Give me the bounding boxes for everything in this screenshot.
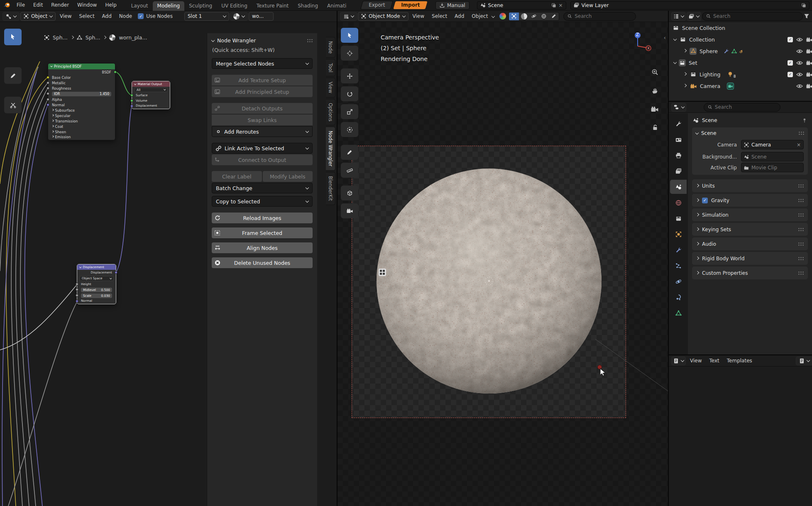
socket-roughness[interactable]: [46, 87, 49, 90]
new-scene-icon[interactable]: [551, 3, 556, 8]
mode-dropdown[interactable]: Object Mode: [358, 12, 408, 21]
material-preview-icon[interactable]: [499, 13, 506, 20]
render-toggle-icon[interactable]: [806, 37, 812, 42]
row-scene-collection[interactable]: Scene Collection: [669, 22, 812, 34]
socket-alpha[interactable]: [46, 98, 49, 101]
scene-selector[interactable]: Scene ×: [477, 1, 566, 10]
tab-data[interactable]: [670, 306, 687, 320]
clear-label-button[interactable]: Clear Label: [212, 171, 262, 182]
add-cube-tool[interactable]: [341, 186, 358, 200]
camera-field[interactable]: Camera ×: [741, 140, 804, 149]
tab-modifiers[interactable]: [670, 243, 687, 257]
socket-surface[interactable]: [130, 94, 133, 97]
panel-audio[interactable]: Audio: [692, 237, 808, 250]
editor-divider[interactable]: [668, 11, 669, 506]
delete-unused-nodes-button[interactable]: Delete Unused Nodes: [212, 257, 313, 268]
clear-icon[interactable]: ×: [797, 142, 801, 148]
breadcrumb-mesh[interactable]: Sph...: [86, 34, 100, 41]
socket-ior[interactable]: [46, 92, 49, 95]
zoom-icon[interactable]: [651, 68, 658, 76]
expand-icon[interactable]: [683, 84, 687, 87]
viewport-menu-object[interactable]: Object: [468, 13, 491, 19]
browse-material-button[interactable]: [230, 12, 248, 21]
editor-type-button[interactable]: [671, 103, 686, 112]
socket-midlevel[interactable]: [76, 288, 78, 291]
panel-keying-sets[interactable]: Keying Sets: [692, 223, 808, 236]
output-target-dropdown[interactable]: All: [134, 88, 168, 92]
editor-divider[interactable]: [669, 354, 812, 355]
node-wrangler-header[interactable]: Node Wrangler: [212, 37, 313, 44]
editor-type-button[interactable]: [671, 12, 686, 21]
ior-slider[interactable]: IOR1.450: [52, 92, 111, 96]
move-tool[interactable]: [341, 68, 358, 83]
shading-rendered-button[interactable]: [539, 12, 549, 20]
scale-tool[interactable]: [341, 104, 358, 119]
shader-menu-node[interactable]: Node: [116, 13, 135, 19]
viewport-menu-add[interactable]: Add: [451, 13, 467, 19]
tab-collection[interactable]: [670, 211, 687, 225]
camera-view-tool[interactable]: [341, 203, 358, 218]
pin-icon[interactable]: [802, 118, 807, 123]
tab-view-layer[interactable]: [670, 164, 687, 178]
panel-emission[interactable]: Emission: [48, 134, 115, 140]
hide-eye-icon[interactable]: [796, 49, 803, 54]
tab-output[interactable]: [670, 148, 687, 162]
shading-wireframe-button[interactable]: [509, 12, 519, 20]
shading-solid-button[interactable]: [519, 12, 529, 20]
socket-displacement-out[interactable]: [115, 271, 117, 274]
gravity-checkbox[interactable]: ✓: [702, 198, 708, 203]
socket-base-color[interactable]: [46, 76, 49, 79]
scale-slider[interactable]: Scale0.030: [81, 293, 112, 298]
axis-gizmo[interactable]: Z x: [625, 31, 652, 58]
panel-sheen[interactable]: Sheen: [48, 129, 115, 134]
row-camera[interactable]: Camera: [669, 80, 812, 92]
filter-icon[interactable]: [804, 13, 810, 19]
tab-physics[interactable]: [670, 274, 687, 288]
outliner-search-input[interactable]: [713, 13, 799, 19]
panel-coat[interactable]: Coat: [48, 124, 115, 129]
workspace-tab-sculpting[interactable]: Sculpting: [184, 1, 217, 11]
select-box-tool[interactable]: [4, 29, 22, 45]
active-clip-field[interactable]: Movie Clip: [741, 163, 804, 172]
new-text-button[interactable]: [796, 357, 812, 365]
slot-dropdown[interactable]: Slot 1: [184, 12, 229, 21]
panel-rigid-body-world[interactable]: Rigid Body World: [692, 252, 808, 265]
render-toggle-icon[interactable]: [806, 61, 812, 65]
socket-displacement-in[interactable]: [130, 105, 133, 108]
export-button[interactable]: Export: [360, 1, 393, 10]
material-name-field[interactable]: wo...: [249, 12, 274, 21]
tab-scene[interactable]: [670, 180, 687, 194]
camera-view-icon[interactable]: [651, 106, 658, 112]
blender-logo-icon[interactable]: [3, 2, 10, 9]
node-displacement[interactable]: Displacement Displacement Object Space H…: [77, 264, 116, 304]
workspace-tab-animation[interactable]: Animati: [323, 1, 351, 11]
tab-tool[interactable]: [670, 117, 687, 131]
link-active-to-selected-dropdown[interactable]: Link Active To Selected: [212, 143, 313, 154]
text-menu-text[interactable]: Text: [706, 358, 722, 364]
breadcrumb-object[interactable]: Sph...: [53, 34, 68, 41]
add-principled-setup-button[interactable]: Add Principled Setup: [212, 86, 313, 97]
hide-eye-icon[interactable]: [796, 72, 803, 77]
view-layer-selector[interactable]: View Layer: [570, 1, 810, 10]
panel-custom-properties[interactable]: Custom Properties: [692, 266, 808, 279]
menu-edit[interactable]: Edit: [29, 0, 47, 10]
hide-eye-icon[interactable]: [796, 61, 803, 65]
frame-selected-button[interactable]: Frame Selected: [212, 227, 313, 238]
shading-texpaint-button[interactable]: [549, 12, 559, 20]
import-button[interactable]: Import: [393, 1, 428, 9]
render-toggle-icon[interactable]: [806, 84, 812, 88]
socket-bsdf-out[interactable]: [114, 71, 117, 73]
midlevel-slider[interactable]: Midlevel0.500: [81, 288, 112, 292]
collapse-icon[interactable]: [134, 83, 136, 85]
shader-menu-view[interactable]: View: [56, 13, 75, 19]
connect-to-output-button[interactable]: Connect to Output: [212, 154, 313, 165]
panel-units[interactable]: Units: [692, 179, 808, 192]
editor-divider[interactable]: [669, 101, 812, 102]
display-mode-button[interactable]: [687, 12, 701, 21]
row-sphere[interactable]: Sphere: [669, 45, 812, 57]
text-menu-templates[interactable]: Templates: [724, 358, 756, 364]
viewport-menu-view[interactable]: View: [409, 13, 428, 19]
socket-metallic[interactable]: [46, 81, 49, 84]
links-cut-tool[interactable]: [4, 97, 22, 113]
socket-disp-normal[interactable]: [76, 300, 78, 303]
